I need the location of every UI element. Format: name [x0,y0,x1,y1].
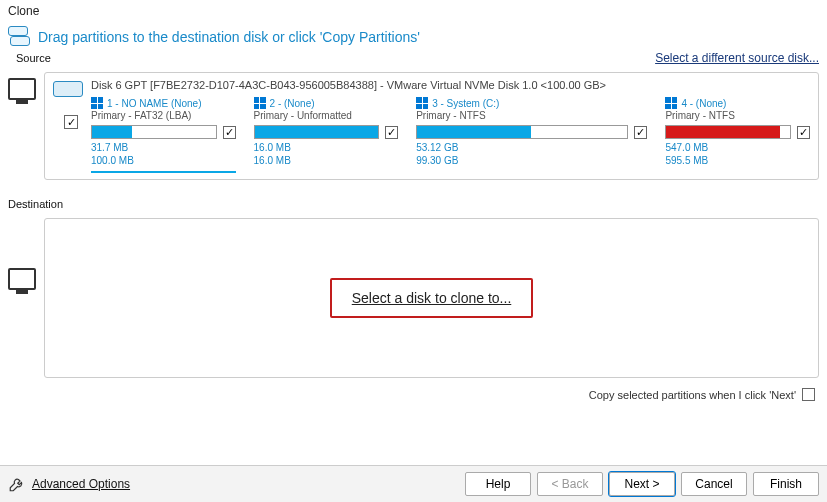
partition-item[interactable]: 3 - System (C:)Primary - NTFS✓53.12 GB99… [416,97,647,173]
windows-icon [254,97,266,109]
partition-item[interactable]: 2 - (None)Primary - Unformatted✓16.0 MB1… [254,97,399,173]
source-label: Source [8,50,59,66]
next-button[interactable]: Next > [609,472,675,496]
partitions-grid: 1 - NO NAME (None)Primary - FAT32 (LBA)✓… [91,97,810,173]
help-button[interactable]: Help [465,472,531,496]
partition-sizes: 53.12 GB99.30 GB [416,142,647,167]
select-different-source-link[interactable]: Select a different source disk... [655,51,819,65]
copy-on-next-checkbox[interactable] [802,388,815,401]
partition-checkbox[interactable]: ✓ [385,126,398,139]
monitor-icon [8,268,36,290]
partition-type: Primary - NTFS [416,110,647,121]
finish-button[interactable]: Finish [753,472,819,496]
instruction-row: Drag partitions to the destination disk … [0,22,827,50]
advanced-options-link[interactable]: Advanced Options [32,477,130,491]
wrench-icon [8,475,26,493]
partition-sizes: 547.0 MB595.5 MB [665,142,810,167]
partition-item[interactable]: 1 - NO NAME (None)Primary - FAT32 (LBA)✓… [91,97,236,173]
partition-title: 1 - NO NAME (None) [107,98,201,109]
partition-sizes: 31.7 MB100.0 MB [91,142,236,167]
partition-type: Primary - Unformatted [254,110,399,121]
partition-item[interactable]: 4 - (None)Primary - NTFS✓547.0 MB595.5 M… [665,97,810,173]
copy-on-next-label: Copy selected partitions when I click 'N… [589,389,796,401]
disk-icon [53,81,83,97]
partition-title: 2 - (None) [270,98,315,109]
destination-label: Destination [0,194,827,212]
window-title: Clone [0,0,827,22]
partition-header: 1 - NO NAME (None) [91,97,236,109]
windows-icon [91,97,103,109]
monitor-icon [8,78,36,100]
partition-header: 2 - (None) [254,97,399,109]
disk-identifier: Disk 6 GPT [F7BE2732-D107-4A3C-B043-9560… [91,79,810,91]
include-all-wrap: ✓ [64,115,78,129]
usage-bar [665,125,791,139]
select-destination-link[interactable]: Select a disk to clone to... [352,290,512,306]
include-all-checkbox[interactable]: ✓ [64,115,78,129]
usage-bar [254,125,380,139]
partition-header: 4 - (None) [665,97,810,109]
instruction-text: Drag partitions to the destination disk … [38,29,420,45]
partition-checkbox[interactable]: ✓ [797,126,810,139]
dest-callout: Select a disk to clone to... [330,278,534,318]
cancel-button[interactable]: Cancel [681,472,747,496]
partition-title: 4 - (None) [681,98,726,109]
partition-sizes: 16.0 MB16.0 MB [254,142,399,167]
windows-icon [416,97,428,109]
back-button[interactable]: < Back [537,472,603,496]
windows-icon [665,97,677,109]
partition-header: 3 - System (C:) [416,97,647,109]
clone-disks-icon [8,26,32,48]
source-left-col: ✓ [53,79,83,129]
partition-checkbox[interactable]: ✓ [634,126,647,139]
source-disk-panel: ✓ Disk 6 GPT [F7BE2732-D107-4A3C-B043-95… [44,72,819,180]
usage-bar [416,125,628,139]
partition-title: 3 - System (C:) [432,98,499,109]
partition-type: Primary - NTFS [665,110,810,121]
footer-bar: Advanced Options Help < Back Next > Canc… [0,465,827,502]
usage-bar [91,125,217,139]
partition-checkbox[interactable]: ✓ [223,126,236,139]
destination-panel: Select a disk to clone to... [44,218,819,378]
partition-type: Primary - FAT32 (LBA) [91,110,236,121]
